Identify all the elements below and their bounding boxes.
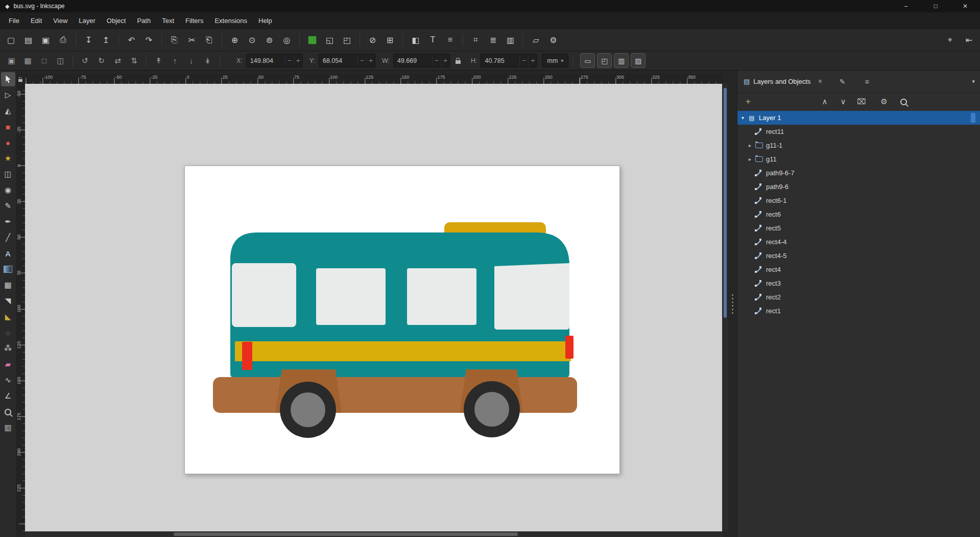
horizontal-ruler[interactable]: -100-75-50-25025507510012515017520022525…: [25, 74, 722, 84]
bus-window-2[interactable]: [316, 268, 386, 325]
bus-light-right[interactable]: [565, 336, 573, 359]
tab-layers-and-objects[interactable]: ▤ Layers and Objects ✕: [742, 78, 825, 85]
paste-button[interactable]: ⎗: [201, 32, 217, 48]
tool-pages[interactable]: ▥: [1, 421, 15, 435]
vertical-scrollbar-thumb[interactable]: [724, 88, 727, 318]
menu-edit[interactable]: Edit: [25, 12, 47, 29]
height-decrement[interactable]: −: [519, 54, 528, 67]
new-document-button[interactable]: ▢: [3, 32, 19, 48]
deselect-button[interactable]: □: [37, 54, 52, 68]
menu-extensions[interactable]: Extensions: [209, 12, 253, 29]
tool-measure[interactable]: ∠: [1, 389, 15, 403]
height-value[interactable]: 40.785: [485, 57, 519, 64]
bus-stripe[interactable]: [235, 341, 571, 361]
raise-to-top-button[interactable]: ↟: [151, 54, 166, 68]
panel-resize-handle[interactable]: [728, 71, 737, 537]
snap-bar-toggle-button[interactable]: ⇤: [961, 32, 977, 48]
layer-item-rect11[interactable]: rect11: [737, 125, 980, 138]
move-gradients-toggle-button[interactable]: ▥: [614, 53, 629, 68]
copy-button[interactable]: ⎘: [166, 32, 182, 48]
tool-text[interactable]: A: [1, 246, 15, 261]
layer-item-g11-1[interactable]: ▸g11-1: [737, 138, 980, 152]
search-button[interactable]: [897, 95, 910, 108]
horizontal-scrollbar-thumb[interactable]: [174, 532, 518, 536]
zoom-to-selection-button[interactable]: ⊕: [227, 32, 243, 48]
flip-horizontal-button[interactable]: ⇄: [110, 54, 125, 68]
fill-stroke-dialog-button[interactable]: ◧: [408, 32, 423, 48]
width-decrement[interactable]: −: [432, 54, 441, 67]
expander-icon[interactable]: ▾: [739, 115, 747, 121]
menu-filters[interactable]: Filters: [180, 12, 209, 29]
select-all-button[interactable]: ▣: [4, 54, 19, 68]
open-document-button[interactable]: ▤: [20, 32, 36, 48]
minimize-button[interactable]: –: [891, 0, 921, 12]
lock-aspect-ratio-toggle[interactable]: [452, 54, 464, 67]
unlink-clone-button[interactable]: ⊘: [365, 32, 380, 48]
xml-editor-button[interactable]: ⌗: [468, 32, 484, 48]
flip-vertical-button[interactable]: ⇅: [127, 54, 141, 68]
tool-spiral[interactable]: ◉: [1, 183, 15, 197]
duplicate-button[interactable]: ◱: [322, 32, 338, 48]
menu-text[interactable]: Text: [156, 12, 180, 29]
tool-ellipse[interactable]: ●: [1, 135, 15, 150]
menu-path[interactable]: Path: [131, 12, 156, 29]
menu-file[interactable]: File: [3, 12, 25, 29]
scale-stroke-toggle-button[interactable]: ▭: [580, 53, 595, 68]
canvas-vertical-scrollbar[interactable]: [722, 84, 728, 531]
undo-button[interactable]: ↶: [124, 32, 139, 48]
tool-mesh[interactable]: ▦: [1, 278, 15, 292]
raise-button[interactable]: ↑: [168, 54, 182, 68]
y-increment[interactable]: +: [366, 54, 375, 67]
bus-wheel-rear-hub[interactable]: [291, 392, 325, 427]
height-input[interactable]: 40.785 − +: [481, 54, 537, 67]
fill-color-swatch-button[interactable]: [304, 32, 320, 48]
page[interactable]: [184, 166, 620, 474]
settings-button[interactable]: ⚙: [877, 95, 891, 108]
delete-item-button[interactable]: ⌧: [855, 95, 868, 108]
layer-item-rect4[interactable]: rect4: [737, 263, 980, 276]
select-all-in-all-layers-button[interactable]: ▦: [20, 54, 35, 68]
bus-window-3[interactable]: [407, 268, 476, 325]
align-distribute-dialog-button[interactable]: ≡: [442, 32, 458, 48]
height-increment[interactable]: +: [528, 54, 537, 67]
expander-icon[interactable]: ▸: [746, 143, 754, 148]
move-down-button[interactable]: ∨: [836, 95, 850, 108]
layer-item-layer-1[interactable]: ▾Layer 1: [737, 111, 980, 125]
rotate-90-cw-button[interactable]: ↻: [94, 54, 109, 68]
x-input[interactable]: 149.804 − +: [246, 54, 303, 67]
export-button[interactable]: ↥: [98, 32, 114, 48]
scale-corners-toggle-button[interactable]: ◰: [597, 53, 612, 68]
layer-item-rect2[interactable]: rect2: [737, 290, 980, 304]
layer-item-path9-6[interactable]: path9-6: [737, 180, 980, 194]
create-clone-button[interactable]: ◰: [339, 32, 355, 48]
lower-to-bottom-button[interactable]: ↡: [200, 54, 215, 68]
tool-zoom[interactable]: [1, 405, 15, 419]
bus-window-4[interactable]: [494, 263, 569, 330]
selectors-dialog-button[interactable]: ≣: [485, 32, 501, 48]
layer-item-rect4-5[interactable]: rect4-5: [737, 249, 980, 263]
width-input[interactable]: 49.669 − +: [393, 54, 450, 67]
layer-item-path9-6-7[interactable]: path9-6-7: [737, 166, 980, 180]
objects-tab-button[interactable]: ≡: [861, 75, 874, 88]
rotate-90-ccw-button[interactable]: ↺: [78, 54, 92, 68]
cut-button[interactable]: ✂: [184, 32, 200, 48]
tool-dropper[interactable]: ◥: [1, 294, 15, 308]
bus-chassis[interactable]: [213, 377, 577, 413]
tool-pen[interactable]: ✒: [1, 215, 15, 229]
close-button[interactable]: ✕: [950, 0, 980, 12]
tool-rectangle[interactable]: ■: [1, 120, 15, 134]
zoom-to-drawing-button[interactable]: ⊙: [244, 32, 260, 48]
group-selection-button[interactable]: ⊞: [382, 32, 398, 48]
layer-item-rect6-1[interactable]: rect6-1: [737, 194, 980, 207]
tool-selector[interactable]: [1, 72, 15, 86]
canvas[interactable]: [25, 84, 722, 531]
canvas-horizontal-scrollbar[interactable]: [25, 531, 722, 537]
width-value[interactable]: 49.669: [397, 57, 432, 64]
x-increment[interactable]: +: [294, 54, 302, 67]
vertical-ruler[interactable]: -50-250255075100125150175200225: [16, 84, 25, 531]
move-patterns-toggle-button[interactable]: ▨: [631, 53, 646, 68]
text-dialog-button[interactable]: T: [425, 32, 441, 48]
document-properties-button[interactable]: ▱: [528, 32, 544, 48]
print-document-button[interactable]: ⎙: [55, 32, 71, 48]
guide-lock-toggle[interactable]: [16, 74, 25, 84]
